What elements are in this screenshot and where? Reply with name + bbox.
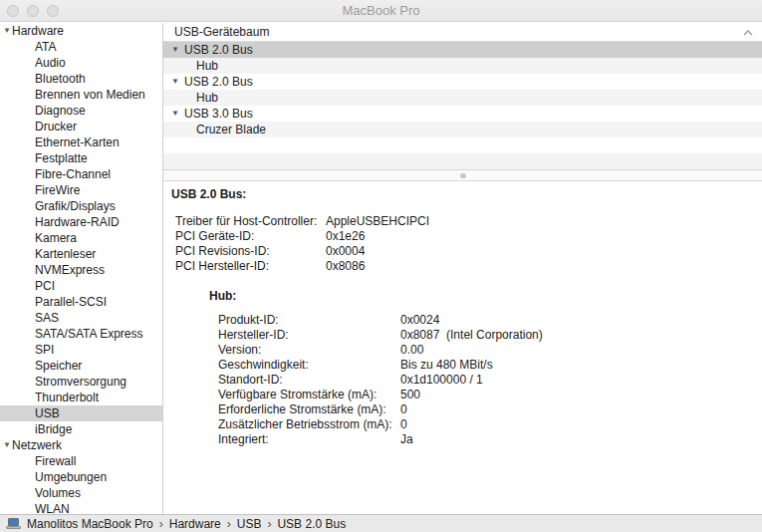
tree-row-cruzer-blade[interactable]: Cruzer Blade (163, 122, 762, 137)
sidebar-item-hardware-raid[interactable]: Hardware-RAID (0, 214, 162, 230)
sidebar-item-grafik-displays[interactable]: Grafik/Displays (0, 198, 162, 214)
sidebar-item-umgebungen[interactable]: Umgebungen (0, 469, 162, 485)
tree-row-label: Hub (196, 59, 218, 73)
sidebar-item-volumes[interactable]: Volumes (0, 485, 162, 501)
breadcrumb-item-hardware: Hardware (169, 517, 221, 531)
tree-row-hub[interactable]: Hub (163, 58, 762, 74)
sidebar: ▼HardwareATAAudioBluetoothBrennen von Me… (0, 23, 163, 514)
sidebar-item-label: SATA/SATA Express (35, 327, 142, 341)
detail-label: Geschwindigkeit: (218, 358, 400, 373)
disclosure-triangle-icon[interactable]: ▼ (171, 74, 184, 90)
sidebar-item-thunderbolt[interactable]: Thunderbolt (0, 390, 162, 405)
sidebar-item-label: FireWire (35, 183, 80, 197)
detail-label: Hersteller-ID: (218, 328, 400, 343)
sidebar-item-ibridge[interactable]: iBridge (0, 421, 162, 437)
sidebar-item-label: Audio (35, 56, 66, 70)
splitter-handle-icon[interactable] (460, 173, 466, 178)
sidebar-item-firewall[interactable]: Firewall (0, 453, 162, 469)
sidebar-item-label: Umgebungen (35, 470, 107, 484)
sidebar-item-spi[interactable]: SPI (0, 342, 162, 358)
sidebar-item-label: Hardware (12, 24, 64, 38)
sidebar-item-ata[interactable]: ATA (0, 39, 162, 55)
sidebar-item-label: Fibre-Channel (35, 167, 111, 181)
sidebar-item-label: Firewall (35, 454, 76, 468)
sidebar-section-netzwerk[interactable]: ▼Netzwerk (0, 437, 162, 453)
detail-row-integriert: Integriert:Ja (218, 432, 762, 447)
sidebar-item-usb[interactable]: USB (0, 405, 162, 421)
detail-value: 0x1e26 (326, 229, 365, 244)
detail-row-version: Version:0.00 (218, 343, 762, 358)
sidebar-item-label: Drucker (35, 120, 77, 133)
detail-label: PCI Hersteller-ID: (175, 259, 326, 274)
disclosure-triangle-icon[interactable]: ▼ (3, 23, 11, 39)
details-title: USB 2.0 Bus: (171, 187, 762, 201)
sidebar-item-label: Kartenleser (35, 247, 96, 261)
detail-label: Integriert: (218, 432, 400, 447)
sidebar-item-parallel-scsi[interactable]: Parallel-SCSI (0, 294, 162, 310)
sidebar-item-firewire[interactable]: FireWire (0, 182, 162, 198)
sidebar-item-label: Bluetooth (35, 72, 86, 86)
detail-value: 0x8086 (326, 259, 365, 274)
disclosure-triangle-icon[interactable]: ▼ (171, 106, 184, 122)
chevron-up-icon[interactable] (743, 30, 753, 36)
sidebar-item-ethernet-karten[interactable]: Ethernet-Karten (0, 134, 162, 150)
laptop-icon (5, 517, 22, 530)
sidebar-item-pci[interactable]: PCI (0, 278, 162, 294)
detail-label: PCI Geräte-ID: (175, 229, 326, 244)
detail-row-pci-hersteller-id: PCI Hersteller-ID:0x8086 (175, 259, 762, 274)
detail-row-treiber-f-r-host-controller: Treiber für Host-Controller:AppleUSBEHCI… (175, 214, 762, 229)
statusbar: Manolitos MacBook Pro›Hardware›USB›USB 2… (0, 514, 762, 532)
pane-splitter[interactable] (163, 169, 762, 181)
sidebar-item-nvmexpress[interactable]: NVMExpress (0, 262, 162, 278)
detail-value: 0x1d100000 / 1 (400, 373, 483, 388)
tree-row-label: USB 2.0 Bus (184, 75, 253, 89)
window-title: MacBook Pro (0, 0, 762, 22)
disclosure-triangle-icon[interactable]: ▼ (3, 437, 11, 453)
sidebar-section-hardware[interactable]: ▼Hardware (0, 23, 162, 39)
sidebar-item-label: Volumes (35, 486, 81, 500)
detail-value: 0x8087 (Intel Corporation) (400, 328, 543, 343)
sidebar-item-label: Ethernet-Karten (35, 135, 120, 149)
sidebar-item-label: Diagnose (35, 104, 86, 118)
sidebar-item-label: SPI (35, 343, 54, 357)
detail-row-standort-id: Standort-ID:0x1d100000 / 1 (218, 373, 762, 388)
sidebar-item-diagnose[interactable]: Diagnose (0, 103, 162, 119)
hub-details-list: Produkt-ID:0x0024Hersteller-ID:0x8087 (I… (163, 313, 762, 447)
detail-label: Verfügbare Stromstärke (mA): (218, 388, 400, 402)
sidebar-item-fibre-channel[interactable]: Fibre-Channel (0, 166, 162, 182)
sidebar-item-wlan[interactable]: WLAN (0, 501, 162, 514)
sidebar-item-speicher[interactable]: Speicher (0, 358, 162, 374)
tree-row-hub[interactable]: Hub (163, 90, 762, 106)
detail-value: 0x0024 (400, 313, 439, 328)
sidebar-item-drucker[interactable]: Drucker (0, 119, 162, 134)
sidebar-item-festplatte[interactable]: Festplatte (0, 150, 162, 166)
detail-label: Standort-ID: (218, 373, 400, 388)
sidebar-item-label: SAS (35, 311, 59, 325)
tree-row-label: Cruzer Blade (196, 123, 266, 136)
system-information-window: MacBook Pro ▼HardwareATAAudioBluetoothBr… (0, 0, 762, 532)
sidebar-item-sata-sata-express[interactable]: SATA/SATA Express (0, 326, 162, 342)
sidebar-item-label: WLAN (35, 502, 70, 514)
details-pane: USB 2.0 Bus: Treiber für Host-Controller… (163, 181, 762, 514)
sidebar-item-label: NVMExpress (35, 263, 105, 277)
disclosure-triangle-icon[interactable]: ▼ (171, 42, 184, 58)
detail-label: Produkt-ID: (218, 313, 400, 328)
detail-value: 0 (400, 402, 407, 417)
hub-subsection-title: Hub: (209, 289, 762, 303)
breadcrumb: Manolitos MacBook Pro›Hardware›USB›USB 2… (27, 517, 346, 531)
tree-row-usb-2-0-bus[interactable]: ▼USB 2.0 Bus (163, 74, 762, 90)
tree-row-usb-3-0-bus[interactable]: ▼USB 3.0 Bus (163, 106, 762, 122)
breadcrumb-separator: › (267, 517, 271, 531)
sidebar-item-kamera[interactable]: Kamera (0, 230, 162, 246)
sidebar-item-label: Brennen von Medien (35, 88, 145, 102)
tree-row-label: USB 3.0 Bus (184, 107, 253, 121)
tree-row-usb-2-0-bus[interactable]: ▼USB 2.0 Bus (163, 42, 762, 58)
sidebar-item-audio[interactable]: Audio (0, 55, 162, 71)
sidebar-item-brennen-von-medien[interactable]: Brennen von Medien (0, 87, 162, 103)
device-tree-list: ▼USB 2.0 BusHub▼USB 2.0 BusHub▼USB 3.0 B… (163, 42, 762, 169)
sidebar-item-bluetooth[interactable]: Bluetooth (0, 71, 162, 87)
sidebar-item-stromversorgung[interactable]: Stromversorgung (0, 374, 162, 390)
sidebar-item-sas[interactable]: SAS (0, 310, 162, 326)
laptop-screen (8, 518, 19, 526)
sidebar-item-kartenleser[interactable]: Kartenleser (0, 246, 162, 262)
